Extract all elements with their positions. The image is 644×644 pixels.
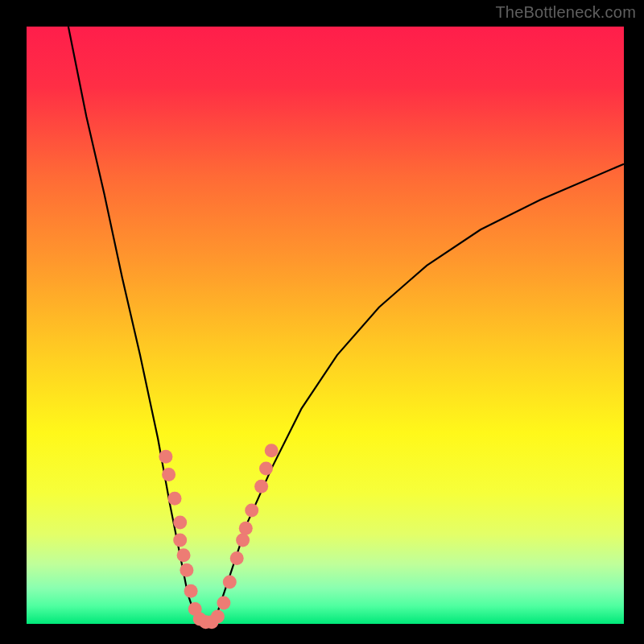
data-point xyxy=(173,534,187,547)
data-point xyxy=(254,480,268,493)
data-point xyxy=(259,462,273,476)
data-point xyxy=(245,504,258,518)
data-point xyxy=(168,492,182,506)
data-point xyxy=(184,584,198,598)
data-point xyxy=(223,576,237,589)
data-point xyxy=(162,468,175,481)
data-point xyxy=(239,522,253,535)
chart-frame: TheBottleneck.com xyxy=(0,0,644,644)
data-point xyxy=(265,444,279,457)
data-point xyxy=(177,548,191,562)
data-point xyxy=(217,597,230,610)
bottleneck-chart xyxy=(0,0,644,644)
watermark-text: TheBottleneck.com xyxy=(495,3,636,22)
data-point xyxy=(173,515,187,529)
data-point xyxy=(159,450,172,464)
data-point xyxy=(180,564,193,577)
data-point xyxy=(236,534,250,547)
data-point xyxy=(211,610,225,624)
plot-background xyxy=(27,27,624,624)
data-point xyxy=(230,551,244,565)
